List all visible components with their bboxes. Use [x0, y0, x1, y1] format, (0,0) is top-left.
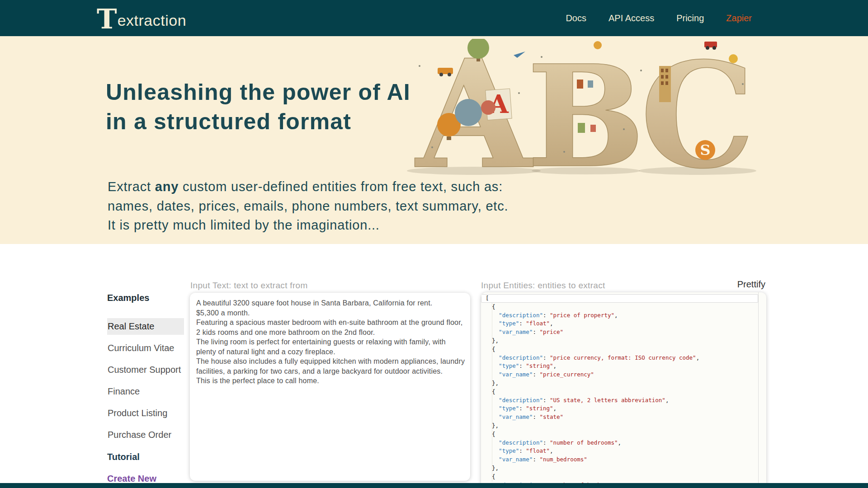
nav-pricing[interactable]: Pricing: [676, 13, 704, 23]
top-navigation-bar: Textraction Docs API Access Pricing Zapi…: [0, 0, 868, 36]
indent-guide-line: [492, 303, 492, 482]
input-text-card: A beautiful 3200 square foot house in Sa…: [190, 293, 470, 481]
yellow-ball-icon: [729, 54, 738, 63]
input-entities-card: [ { "description": "price of property", …: [481, 292, 766, 488]
hero-title-line1: Unleashing the power of AI: [106, 78, 410, 107]
letter-b-shape: B: [527, 39, 645, 179]
sidebar-item-product-listing[interactable]: Product Listing: [107, 405, 184, 422]
footer-strip: [0, 483, 868, 488]
sidebar-item-finance[interactable]: Finance: [107, 383, 184, 400]
sidebar-item-customer-support[interactable]: Customer Support: [107, 361, 184, 378]
nav-docs[interactable]: Docs: [566, 13, 586, 23]
hero-subtitle: Extract any custom user-defined entities…: [108, 177, 508, 235]
textraction-page: Textraction Docs API Access Pricing Zapi…: [0, 0, 868, 488]
sidebar-item-tutorial[interactable]: Tutorial: [107, 449, 140, 465]
editor-scrollbar[interactable]: [758, 292, 759, 488]
examples-header: Examples: [107, 293, 149, 303]
input-text-area[interactable]: A beautiful 3200 square foot house in Sa…: [195, 297, 467, 477]
abc-collage-illustration: A B C A: [406, 39, 759, 179]
svg-text:S: S: [700, 141, 710, 159]
hero-subtitle-any: any: [155, 179, 179, 194]
hero-title-line2: in a structured format: [106, 107, 410, 136]
logo-letter-t: T: [97, 5, 117, 33]
input-text-label: Input Text: text to extract from: [190, 281, 308, 291]
sidebar-item-real-estate[interactable]: Real Estate: [107, 318, 184, 335]
sidebar-item-purchase-order[interactable]: Purchase Order: [107, 427, 184, 443]
s-badge-icon: S: [695, 140, 715, 160]
entities-json-editor[interactable]: [ { "description": "price of property", …: [481, 294, 758, 488]
main-nav: Docs API Access Pricing Zapier: [566, 0, 752, 36]
nav-zapier[interactable]: Zapier: [726, 13, 752, 23]
hero-title: Unleashing the power of AI in a structur…: [106, 78, 410, 136]
orange-dot-icon: [594, 41, 602, 49]
examples-list: Real Estate Curriculum Vitae Customer Su…: [107, 318, 184, 448]
building-icon: [659, 66, 671, 102]
textraction-logo[interactable]: Textraction: [97, 2, 186, 31]
nav-api-access[interactable]: API Access: [609, 13, 654, 23]
hero-subtitle-line1: Extract any custom user-defined entities…: [108, 177, 508, 197]
logo-text: extraction: [118, 12, 186, 29]
hero-subtitle-line3: It is pretty much limited by the imagina…: [108, 216, 508, 235]
letter-c-shape: C: [640, 39, 755, 179]
sidebar-item-curriculum-vitae[interactable]: Curriculum Vitae: [107, 340, 184, 357]
prettify-button[interactable]: Prettify: [727, 279, 765, 290]
input-entities-label: Input Entities: entities to extract: [481, 281, 605, 291]
hero-subtitle-line2: names, dates, prices, emails, phone numb…: [108, 197, 508, 216]
